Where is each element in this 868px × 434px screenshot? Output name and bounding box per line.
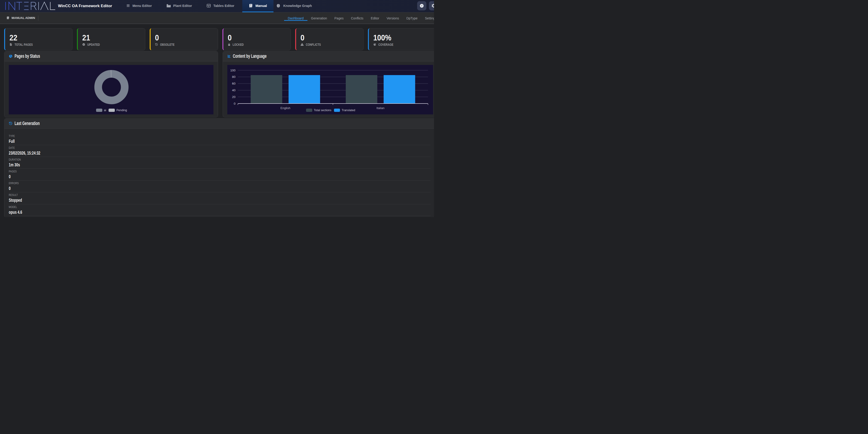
svg-text:0: 0 (234, 102, 235, 105)
svg-text:60: 60 (232, 82, 235, 85)
svg-text:?: ? (421, 4, 423, 7)
svg-text:20: 20 (232, 95, 235, 98)
svg-text:80: 80 (232, 75, 235, 79)
svg-text:40: 40 (232, 88, 235, 92)
svg-text:100: 100 (230, 68, 235, 72)
